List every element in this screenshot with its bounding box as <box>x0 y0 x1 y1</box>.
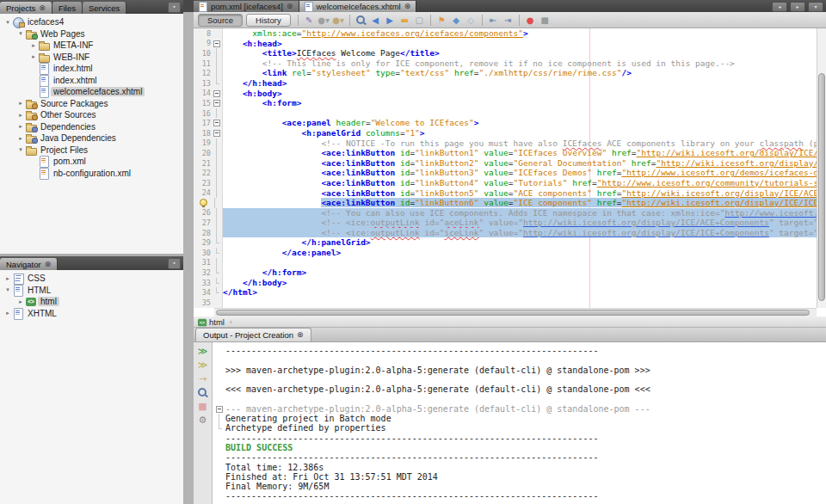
last-edit-icon[interactable]: ✎ <box>303 14 316 27</box>
find-next-icon[interactable]: ▶ <box>384 14 397 27</box>
code-segment: xmlns <box>671 208 696 218</box>
fold-collapse-icon[interactable] <box>213 118 221 128</box>
projects-tree[interactable]: ▾icefaces4▾Web Pages▸META-INF▸WEB-INFind… <box>0 14 183 254</box>
hint-lightbulb-icon[interactable] <box>194 198 211 208</box>
fold-collapse-icon[interactable] <box>213 98 221 108</box>
navigator-item-xhtml[interactable]: ▸XHTML <box>0 308 183 320</box>
navigator-minimize-button[interactable]: ▪ <box>168 258 181 269</box>
expand-arrow-icon[interactable]: ▾ <box>16 30 25 37</box>
close-icon[interactable]: ⊗ <box>39 4 46 12</box>
tree-item-label: WEB-INF <box>51 52 92 62</box>
record-macro-icon[interactable]: ● <box>524 14 537 27</box>
code-segment: "Welcome to ICEfaces" <box>371 118 474 127</box>
fold-collapse-icon[interactable] <box>213 89 221 99</box>
projects-item-meta-inf[interactable]: ▸META-INF <box>0 40 183 52</box>
projects-item-nb-configuration-xml[interactable]: nb-configuration.xml <box>0 168 183 180</box>
find-icon[interactable] <box>354 14 367 27</box>
vertical-scrollbar-thumb[interactable] <box>818 73 825 301</box>
horizontal-scrollbar-thumb[interactable] <box>216 310 810 316</box>
next-bookmark-icon[interactable]: ◆ <box>450 14 463 27</box>
incremental-search-icon[interactable]: ▢ <box>413 14 426 27</box>
fold-collapse-icon[interactable] <box>213 39 221 49</box>
projects-item-pom-xml[interactable]: pom.xml <box>0 156 183 168</box>
editor-tab-pom-xml-icefaces4[interactable]: pom.xml [icefaces4]⊗ <box>194 1 299 12</box>
projects-item-index-html[interactable]: index.html <box>0 63 183 75</box>
output-text: Finished at: Fri Oct 31 13:57:51 MDT 201… <box>225 472 438 482</box>
expand-arrow-icon[interactable]: ▾ <box>3 286 12 293</box>
expand-arrow-icon[interactable]: ▸ <box>16 298 25 305</box>
line-number: 13 <box>194 79 213 88</box>
code-segment: "http://wiki.icesoft.org/display/ICE/ICE… <box>656 158 817 168</box>
projects-item-icefaces4[interactable]: ▾icefaces4 <box>0 16 183 28</box>
jump-forward-icon[interactable]: ●▾ <box>332 14 345 27</box>
scroll-tabs-right-button[interactable]: ▸ <box>790 2 805 12</box>
source-view-button[interactable]: Source <box>198 14 243 27</box>
output-console[interactable]: ----------------------------------------… <box>213 342 826 504</box>
search-icon[interactable] <box>196 386 210 399</box>
expand-arrow-icon[interactable]: ▾ <box>16 146 25 153</box>
navigator-item-html[interactable]: ▾HTML <box>0 285 183 297</box>
expand-arrow-icon[interactable]: ▸ <box>16 100 25 107</box>
scroll-tabs-left-button[interactable]: ◂ <box>772 2 787 12</box>
toggle-bookmark-icon[interactable]: ◇ <box>465 14 478 27</box>
tab-list-button[interactable]: ▾ <box>808 2 823 12</box>
expand-arrow-icon[interactable]: ▸ <box>29 53 38 60</box>
fold-collapse-icon[interactable] <box>215 404 225 415</box>
projects-item-welcomeicefaces-xhtml[interactable]: welcomeIcefaces.xhtml <box>0 86 183 98</box>
jump-back-icon[interactable]: ●▾ <box>317 14 330 27</box>
shift-right-icon[interactable]: ⇥ <box>502 14 515 27</box>
stop-macro-icon[interactable]: ■ <box>539 14 552 27</box>
breadcrumb-chevron-icon: › <box>230 318 232 326</box>
line-number: 30 <box>194 249 213 257</box>
breadcrumb-item-html[interactable]: html <box>209 317 225 327</box>
projects-item-source-packages[interactable]: ▸Source Packages <box>0 98 183 110</box>
expand-arrow-icon[interactable]: ▸ <box>16 135 25 142</box>
navigator-tree[interactable]: ▸CSS▾HTML▸html▸XHTML <box>0 270 183 504</box>
navigator-item-css[interactable]: ▸CSS <box>0 273 183 285</box>
code-segment: href <box>597 188 617 198</box>
projects-item-project-files[interactable]: ▾Project Files <box>0 144 183 157</box>
rerun-with-different-parameters-icon[interactable]: ≫ <box>196 359 210 372</box>
tab-files[interactable]: Files <box>52 2 83 14</box>
projects-item-index-xhtml[interactable]: index.xhtml <box>0 75 183 87</box>
code-editor[interactable]: 8910111213141516171819202122232426272829… <box>194 28 826 308</box>
vertical-splitter[interactable] <box>183 0 194 504</box>
history-view-button[interactable]: History <box>246 14 291 27</box>
expand-arrow-icon[interactable]: ▸ <box>16 112 25 119</box>
close-icon[interactable]: ⊗ <box>404 3 411 10</box>
gutter-row: 23 <box>194 178 222 188</box>
line-number: 34 <box>194 288 213 297</box>
projects-minimize-button[interactable]: ▪ <box>168 2 181 13</box>
tab-services[interactable]: Services <box>83 2 126 14</box>
projects-item-web-inf[interactable]: ▸WEB-INF <box>0 52 183 64</box>
expand-arrow-icon[interactable]: ▸ <box>16 123 25 130</box>
find-previous-icon[interactable]: ◀ <box>369 14 382 27</box>
navigator-item-html[interactable]: ▸html <box>0 296 183 308</box>
expand-arrow-icon[interactable]: ▸ <box>3 310 12 317</box>
expand-arrow-icon[interactable]: ▸ <box>29 42 38 49</box>
projects-item-web-pages[interactable]: ▾Web Pages <box>0 28 183 40</box>
tab-projects[interactable]: Projects⊗ <box>0 2 52 14</box>
resume-icon[interactable]: → <box>196 372 210 385</box>
expand-arrow-icon[interactable]: ▸ <box>3 275 12 282</box>
previous-bookmark-icon[interactable]: ⚑ <box>435 14 448 27</box>
code-area[interactable]: xmlns:ace="http://www.icefaces.org/icefa… <box>223 28 817 308</box>
output-tab[interactable]: Output - Project Creation ⊗ <box>195 328 311 341</box>
rerun-icon[interactable]: ≫ <box>196 345 210 358</box>
close-icon[interactable]: ⊗ <box>287 3 293 10</box>
output-settings-icon[interactable]: ⚙ <box>196 414 210 427</box>
shift-left-icon[interactable]: ⇤ <box>487 14 500 27</box>
projects-item-dependencies[interactable]: ▸Dependencies <box>0 121 183 133</box>
editor-tab-welcomeicefaces-xhtml[interactable]: welcomeIcefaces.xhtml⊗ <box>299 1 417 12</box>
fold-collapse-icon[interactable] <box>213 128 221 138</box>
expand-arrow-icon[interactable]: ▾ <box>3 19 12 26</box>
vertical-scrollbar[interactable] <box>817 28 826 308</box>
projects-item-java-dependencies[interactable]: ▸Java Dependencies <box>0 132 183 144</box>
tab-navigator[interactable]: Navigator⊗ <box>0 258 58 270</box>
stop-icon[interactable]: ■ <box>196 400 210 413</box>
close-icon[interactable]: ⊗ <box>45 261 52 268</box>
horizontal-scrollbar[interactable] <box>214 308 817 317</box>
projects-item-other-sources[interactable]: ▸Other Sources <box>0 109 183 121</box>
close-icon[interactable]: ⊗ <box>297 331 304 339</box>
toggle-highlight-search-icon[interactable]: ▬ <box>398 14 411 27</box>
